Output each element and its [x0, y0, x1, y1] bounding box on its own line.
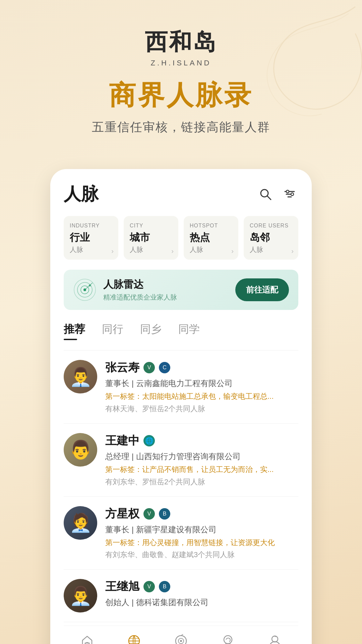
badge-b: B [159, 508, 170, 520]
header: 西和岛 Z.H.ISLAND 商界人脉录 五重信任审核，链接高能量人群 [0, 0, 362, 149]
nav-message[interactable]: 消息 [211, 633, 245, 644]
subscribe-icon [173, 633, 189, 644]
person-role: 董事长 | 云南鑫能电力工程有限公司 [105, 378, 298, 389]
radar-action-button[interactable]: 前往适配 [235, 278, 289, 301]
bottom-nav: 首页 人脉 [64, 626, 298, 644]
phone-card: 人脉 INDUSTRY 行业 人 [50, 169, 312, 644]
person-mutual: 有刘东华、曲敬鲁、赵建斌3个共同人脉 [105, 550, 298, 560]
person-item[interactable]: 👨 王建中 🌐 总经理 | 山西知行力管理咨询有限公司 第一标签：让产品不销而售… [64, 424, 298, 497]
chevron-right-icon: › [171, 247, 174, 255]
person-tag: 第一标签：让产品不销而售，让员工无为而治，实... [105, 465, 298, 475]
badge-verified: V [143, 362, 155, 373]
chevron-right-icon: › [231, 247, 234, 255]
network-icon [126, 633, 142, 644]
card-actions [257, 185, 298, 203]
person-name: 张云寿 [105, 360, 139, 375]
person-name: 方星权 [105, 506, 139, 522]
main-title: 商界人脉录 [0, 77, 362, 114]
svg-point-13 [129, 636, 139, 644]
radar-desc: 精准适配优质企业家人脉 [103, 293, 177, 302]
category-city[interactable]: CITY 城市 人脉 › [124, 216, 178, 260]
person-mutual: 有林天海、罗恒岳2个共同人脉 [105, 404, 298, 414]
avatar: 🧑‍💼 [64, 506, 97, 540]
nav-profile[interactable]: 我的 [258, 633, 292, 644]
svg-point-15 [176, 636, 186, 644]
logo-text: 西和岛 [0, 27, 362, 57]
category-core-users[interactable]: CORE USERS 岛邻 人脉 › [244, 216, 298, 260]
person-item[interactable]: 👨‍💼 张云寿 V C 董事长 | 云南鑫能电力工程有限公司 第一标签：太阳能电… [64, 351, 298, 424]
badge-certified: C [159, 362, 170, 373]
avatar: 👨 [64, 433, 97, 467]
tab-classmate[interactable]: 同学 [178, 322, 200, 340]
person-item[interactable]: 👨‍💼 王继旭 V B 创始人 | 德科诺集团有限公司 [64, 570, 298, 622]
svg-point-6 [291, 193, 294, 196]
person-tag: 第一标签：用心灵碰撞，用智慧链接，让资源更大化 [105, 538, 298, 548]
card-header: 人脉 [64, 182, 298, 206]
avatar: 👨‍💼 [64, 579, 97, 612]
radar-icon [73, 278, 97, 302]
radar-title: 人脉雷达 [103, 278, 177, 291]
card-title: 人脉 [64, 182, 99, 206]
person-item[interactable]: 🧑‍💼 方星权 V B 董事长 | 新疆宇星建设有限公司 第一标签：用心灵碰撞，… [64, 497, 298, 570]
filter-button[interactable] [281, 185, 298, 203]
person-name: 王建中 [105, 433, 139, 448]
category-grid: INDUSTRY 行业 人脉 › CITY 城市 人脉 › HOTSPOT 热点… [64, 216, 298, 260]
person-mutual: 有刘东华、罗恒岳2个共同人脉 [105, 477, 298, 487]
badge-globe: 🌐 [143, 435, 155, 446]
message-icon [220, 633, 236, 644]
badge-verified: V [143, 581, 155, 592]
svg-point-17 [180, 640, 182, 642]
person-role: 创始人 | 德科诺集团有限公司 [105, 597, 298, 608]
chevron-right-icon: › [111, 247, 114, 255]
search-icon [259, 187, 272, 201]
logo-subtitle: Z.H.ISLAND [0, 59, 362, 67]
sub-title: 五重信任审核，链接高能量人群 [0, 119, 362, 136]
nav-home[interactable]: 首页 [70, 633, 104, 644]
svg-point-19 [224, 636, 232, 644]
tabs-row: 推荐 同行 同乡 同学 [64, 322, 298, 340]
person-name: 王继旭 [105, 579, 139, 594]
badge-b: B [159, 581, 170, 592]
svg-point-5 [286, 190, 289, 193]
person-tag: 第一标签：太阳能电站施工总承包，输变电工程总... [105, 391, 298, 402]
nav-subscribe[interactable]: 订阅 [164, 633, 198, 644]
tab-colleague[interactable]: 同行 [102, 322, 123, 340]
person-role: 总经理 | 山西知行力管理咨询有限公司 [105, 451, 298, 462]
avatar: 👨‍💼 [64, 360, 97, 393]
category-industry[interactable]: INDUSTRY 行业 人脉 › [64, 216, 118, 260]
home-icon [79, 633, 96, 644]
person-role: 董事长 | 新疆宇星建设有限公司 [105, 524, 298, 535]
nav-network[interactable]: 人脉 [117, 633, 151, 644]
svg-point-12 [89, 284, 91, 286]
tab-recommend[interactable]: 推荐 [64, 322, 85, 340]
person-list: 👨‍💼 张云寿 V C 董事长 | 云南鑫能电力工程有限公司 第一标签：太阳能电… [64, 350, 298, 622]
chevron-right-icon: › [291, 247, 294, 255]
search-button[interactable] [257, 185, 274, 203]
profile-icon [266, 633, 283, 644]
filter-icon [283, 187, 296, 201]
category-hotspot[interactable]: HOTSPOT 热点 人脉 › [184, 216, 238, 260]
badge-verified: V [143, 508, 155, 520]
svg-line-1 [267, 196, 271, 200]
tab-hometown[interactable]: 同乡 [140, 322, 162, 340]
radar-banner: 人脉雷达 精准适配优质企业家人脉 前往适配 [64, 270, 298, 310]
